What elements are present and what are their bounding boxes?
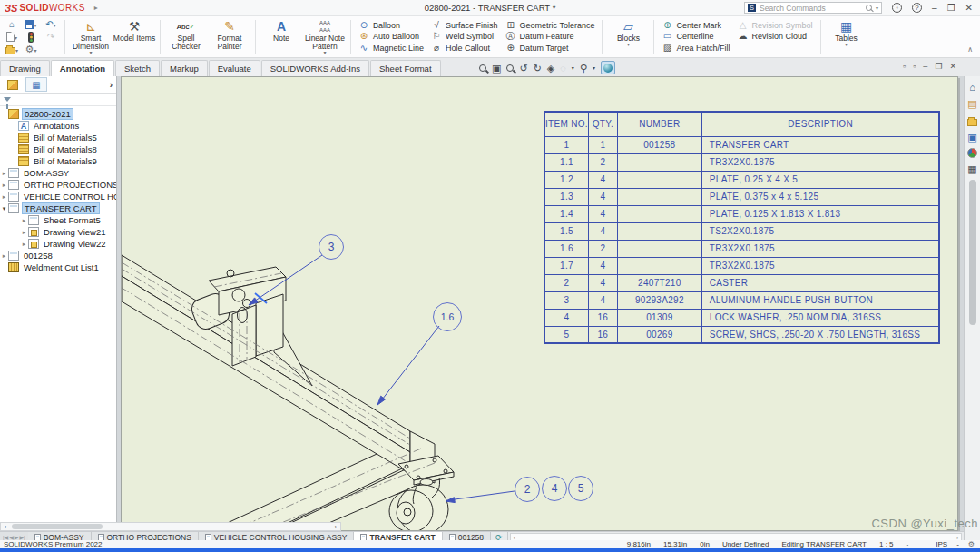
bom-row[interactable]: 1.24PLATE, 0.25 X 4 X 5 (544, 171, 939, 188)
design-library-icon[interactable]: ▤ (967, 98, 976, 109)
center-mark-button[interactable]: ⊕ Center Mark (662, 20, 730, 31)
performance-icon[interactable] (21, 32, 41, 43)
bom-cell[interactable] (617, 205, 701, 222)
area-hatch-fill-button[interactable]: ▨ Area Hatch/Fill (662, 43, 730, 54)
bom-cell[interactable]: 4 (588, 274, 617, 291)
linear-note-pattern-button[interactable]: AAAAAA Linear Note Pattern ▾ (303, 18, 347, 55)
search-icon[interactable] (866, 5, 872, 11)
minimize-button[interactable]: – (932, 1, 937, 15)
scroll-left-icon[interactable]: ‹ (514, 535, 515, 540)
bom-row[interactable]: 41601309LOCK WASHER, .250 NOM DIA, 316SS (544, 309, 939, 326)
bom-row[interactable]: 1.12TR3X2X0.1875 (544, 153, 939, 171)
expand-arrow-icon[interactable]: ▸ (0, 182, 8, 189)
bom-cell[interactable]: 1.2 (544, 171, 588, 188)
tables-dropdown-icon[interactable]: ▾ (845, 43, 848, 47)
bom-row[interactable]: 11001258TRANSFER CART (544, 136, 939, 153)
centerline-button[interactable]: ▭ Centerline (662, 31, 730, 42)
spell-checker-button[interactable]: Abc✓ Spell Checker (164, 18, 208, 55)
bom-cell[interactable]: TS2X2X0.1875 (701, 222, 939, 240)
bom-cell[interactable]: 16 (588, 309, 617, 326)
bom-cell[interactable]: 1.7 (544, 257, 588, 274)
tree-node-weldment-cut-list[interactable]: Weldment Cut List1 (0, 261, 116, 273)
tab-sketch[interactable]: Sketch (115, 60, 160, 76)
3d-drawing-view-icon[interactable]: ◈ (547, 62, 554, 74)
hole-callout-button[interactable]: ⌀ Hole Callout (431, 43, 498, 54)
geometric-tolerance-button[interactable]: ⊞ Geometric Tolerance (505, 20, 595, 31)
bom-cell[interactable]: TR3X2X0.1875 (701, 240, 939, 257)
bom-cell[interactable]: 2 (544, 274, 588, 291)
bom-cell[interactable]: 01309 (617, 309, 701, 326)
tree-node-drawing-view22[interactable]: ▸ Drawing View22 (0, 238, 116, 250)
bom-cell[interactable]: 4 (588, 257, 617, 274)
balloon-button[interactable]: ⊙ Balloon (358, 20, 424, 31)
bom-cell[interactable]: 3 (544, 291, 588, 309)
first-sheet-icon[interactable]: |◀ (3, 534, 8, 540)
display-style-dropdown-icon[interactable]: ▾ (572, 62, 574, 74)
bom-cell[interactable]: 5 (544, 326, 588, 343)
bom-cell[interactable]: 1.1 (544, 153, 588, 171)
bom-cell[interactable]: ALUMINUM-HANDLE PUSH-BUTTON (701, 291, 939, 309)
bom-table[interactable]: ITEM NO. QTY. NUMBER DESCRIPTION 1100125… (544, 111, 940, 344)
bom-cell[interactable]: 001258 (617, 136, 701, 153)
tree-node-annotations[interactable]: A Annotations (0, 120, 116, 132)
bom-cell[interactable]: 2407T210 (617, 274, 701, 291)
appearances-icon[interactable] (967, 148, 977, 158)
bom-cell[interactable]: 1 (588, 136, 617, 153)
expand-arrow-icon[interactable]: ▸ (20, 229, 28, 236)
blocks-dropdown-icon[interactable]: ▾ (627, 43, 630, 47)
bom-cell[interactable] (617, 222, 701, 240)
tree-node-sheet-format5[interactable]: ▸ Sheet Format5 (0, 214, 116, 226)
expand-arrow-icon[interactable]: ▸ (20, 241, 28, 248)
zoom-to-fit-icon[interactable] (479, 64, 486, 72)
revision-cloud-button[interactable]: ☁ Revision Cloud (737, 31, 812, 42)
featuremanager-tree-tab[interactable] (2, 77, 24, 92)
drawing-tree-tab[interactable]: ▦ (25, 77, 47, 92)
options-gear-icon[interactable]: ⚙▾ (21, 44, 41, 56)
tree-node-bom-assy-sheet[interactable]: ▸ BOM-ASSY (0, 167, 116, 179)
balloon-1-6[interactable]: 1.6 (433, 302, 462, 331)
surface-finish-button[interactable]: √ Surface Finish (431, 20, 498, 31)
bom-cell[interactable]: PLATE, 0.25 X 4 X 5 (701, 171, 939, 188)
tree-filter-row[interactable] (0, 94, 116, 106)
home-icon[interactable]: ⌂ (3, 19, 21, 30)
restore-button[interactable]: ❐ (947, 1, 956, 15)
solidworks-resources-icon[interactable]: ⌂ (969, 82, 975, 93)
bom-cell[interactable] (617, 153, 701, 171)
rotate-view-icon[interactable]: ↻ (534, 62, 542, 74)
note-button[interactable]: A Note (260, 18, 303, 55)
collapse-arrow-icon[interactable]: ▾ (0, 205, 8, 212)
quick-access-expand-icon[interactable]: ▸ (94, 4, 98, 12)
bom-cell[interactable]: LOCK WASHER, .250 NOM DIA, 316SS (701, 309, 939, 326)
zoom-in-out-icon[interactable] (506, 64, 514, 72)
status-options-gear-icon[interactable]: ⚙ (968, 540, 975, 548)
ribbon-collapse-icon[interactable]: ∧ (967, 45, 980, 55)
hide-show-items-icon[interactable]: ⚲ (580, 62, 587, 74)
balloon-4[interactable]: 4 (542, 476, 567, 501)
bom-cell[interactable] (617, 188, 701, 205)
bom-cell[interactable]: 1.3 (544, 188, 588, 205)
bom-header-description[interactable]: DESCRIPTION (701, 112, 939, 136)
user-account-icon[interactable]: ◦ (892, 3, 902, 13)
undo-icon[interactable]: ↶▾ (41, 19, 61, 31)
bom-row[interactable]: 1.54TS2X2X0.1875 (544, 222, 939, 240)
auto-balloon-button[interactable]: ⊛ Auto Balloon (358, 31, 424, 42)
bom-row[interactable]: 1.62TR3X2X0.1875 (544, 240, 939, 257)
bom-cell[interactable]: 4 (588, 291, 617, 309)
scroll-left-icon[interactable]: ‹ (1, 524, 10, 530)
custom-properties-icon[interactable]: ▦ (967, 163, 976, 174)
smart-dimension-button[interactable]: ⊾ Smart Dimension ▾ (69, 18, 113, 55)
balloon-5[interactable]: 5 (568, 476, 593, 501)
tree-node-transfer-cart-sheet[interactable]: ▾ TRANSFER CART (0, 202, 116, 214)
bom-cell[interactable]: 4 (588, 205, 617, 222)
doc-cascade-icon[interactable]: ▫ (903, 62, 906, 71)
bom-row[interactable]: 242407T210CASTER (544, 274, 939, 291)
bom-cell[interactable] (617, 240, 701, 257)
bom-cell[interactable]: PLATE, 0.375 x 4 x 5.125 (701, 188, 939, 205)
tree-node-ortho-sheet[interactable]: ▸ ORTHO PROJECTIONS (0, 179, 116, 191)
scrollbar-thumb[interactable] (12, 524, 103, 529)
blocks-button[interactable]: ▱ Blocks ▾ (606, 18, 650, 55)
datum-target-button[interactable]: ⊕ Datum Target (505, 43, 595, 54)
tab-solidworks-add-ins[interactable]: SOLIDWORKS Add-Ins (261, 60, 369, 76)
balloon-3[interactable]: 3 (318, 234, 344, 260)
bom-cell[interactable]: 2 (588, 240, 617, 257)
